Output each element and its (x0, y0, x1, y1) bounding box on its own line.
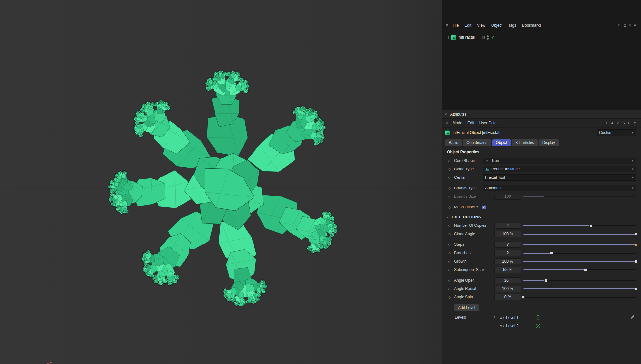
hamburger-menu-icon[interactable] (445, 120, 450, 126)
hierarchy-expand-icon[interactable] (445, 36, 449, 39)
object-manager-menubar: File Edit View Object Tags Bookmarks (442, 21, 641, 30)
slider-row-clone-angle: ◇ Clone Angle 100 % (442, 230, 641, 238)
keyframe-diamond-icon[interactable]: ◇ (448, 232, 452, 236)
levels-expand-arrow-icon[interactable]: › (494, 315, 495, 319)
filter-icon[interactable] (627, 23, 633, 28)
keyframe-diamond-icon[interactable]: ◇ (448, 159, 452, 163)
slider-handle[interactable] (635, 287, 637, 290)
level-item-1[interactable]: Level.1 ✓ (499, 313, 540, 322)
slider-handle[interactable] (544, 279, 547, 282)
chevron-down-icon: ▾ (631, 159, 635, 162)
tab-x-particles[interactable]: X-Particles (512, 139, 538, 146)
object-tree-row-mtfractal[interactable]: mtFractal ✓ (445, 34, 641, 41)
search-icon[interactable] (617, 23, 622, 28)
keyframe-diamond-icon[interactable]: ◇ (448, 251, 452, 255)
angle-radial-slider[interactable] (523, 288, 636, 289)
slider-handle[interactable] (589, 224, 592, 227)
search-icon[interactable] (609, 120, 615, 126)
tab-coordinates[interactable]: Coordinates (463, 139, 491, 146)
bounds-type-label: Bounds Type (454, 186, 483, 190)
menu-edit[interactable]: Edit (462, 22, 474, 29)
steps-input[interactable]: 7 (494, 242, 521, 248)
level-name[interactable]: Level.2 (506, 324, 534, 328)
keyframe-diamond-icon[interactable]: ◇ (448, 260, 452, 263)
clone-type-dropdown[interactable]: Render Instance ▾ (483, 166, 636, 172)
subsequent-scale-slider[interactable] (523, 269, 636, 270)
keyframe-diamond-icon[interactable]: ◇ (448, 295, 452, 299)
angle-spin-label: Angle Spin (454, 295, 494, 299)
slider-handle[interactable] (522, 296, 525, 299)
branches-input[interactable]: 2 (494, 250, 521, 256)
popout-icon[interactable] (633, 120, 638, 126)
panel-menu-icon[interactable] (633, 23, 638, 28)
angle-open-input[interactable]: 36 ° (494, 277, 521, 283)
back-arrow-icon[interactable] (598, 120, 603, 126)
angle-spin-slider[interactable] (523, 297, 636, 298)
growth-slider[interactable] (523, 261, 636, 262)
keyframe-diamond-icon[interactable]: ◇ (448, 168, 452, 171)
lock-icon[interactable] (621, 120, 626, 126)
menu-tags[interactable]: Tags (505, 22, 519, 29)
tab-object[interactable]: Object (492, 139, 511, 146)
home-icon[interactable] (622, 23, 627, 28)
hamburger-menu-icon[interactable] (445, 23, 450, 28)
viewport-3d[interactable] (0, 0, 442, 364)
menu-object[interactable]: Object (488, 22, 505, 29)
tab-display[interactable]: Display (539, 139, 559, 146)
visibility-dots[interactable] (487, 35, 489, 40)
subsequent-scale-input[interactable]: 55 % (494, 267, 521, 273)
branches-slider[interactable] (523, 253, 636, 254)
center-dropdown[interactable]: Fractal Tool ▾ (483, 174, 636, 181)
keyframe-diamond-icon[interactable]: ◇ (448, 268, 452, 272)
section-object-properties: Object Properties (442, 148, 641, 157)
mesh-offset-y-checkbox[interactable]: ✓ (482, 205, 486, 209)
tab-basic[interactable]: Basic (445, 139, 462, 146)
keyframe-diamond-icon[interactable]: ◇ (448, 243, 452, 246)
menu-bookmarks[interactable]: Bookmarks (519, 22, 544, 29)
menu-mode[interactable]: Mode (450, 120, 464, 126)
menu-file[interactable]: File (450, 22, 462, 29)
menu-edit[interactable]: Edit (465, 120, 476, 126)
keyframe-diamond-icon[interactable]: ◇ (448, 206, 452, 209)
keyframe-diamond-icon[interactable]: ◇ (448, 279, 452, 282)
growth-input[interactable]: 100 % (494, 258, 521, 264)
level-item-2[interactable]: Level.2 ✓ (499, 322, 540, 330)
level-enabled-check-icon[interactable]: ✓ (536, 315, 540, 320)
keyframe-diamond-icon[interactable]: ◇ (448, 224, 452, 227)
level-name[interactable]: Level.1 (506, 315, 534, 320)
tree-options-header[interactable]: ▾ TREE OPTIONS (442, 213, 641, 221)
bounds-type-dropdown[interactable]: Automatic ▾ (483, 185, 636, 191)
add-level-button[interactable]: Add Level (454, 304, 479, 311)
object-name[interactable]: mtFractal (459, 35, 475, 40)
angle-radial-input[interactable]: 100 % (494, 286, 521, 292)
clone-angle-input[interactable]: 100 % (494, 231, 521, 237)
slider-handle[interactable] (635, 233, 637, 235)
parent-up-icon[interactable] (604, 120, 609, 126)
keyframe-diamond-icon[interactable]: ◇ (448, 176, 452, 179)
layer-color-swatch[interactable] (482, 36, 485, 39)
close-icon[interactable]: × (445, 112, 447, 117)
slider-handle[interactable] (635, 260, 637, 263)
slider-handle[interactable] (550, 252, 553, 254)
settings-icon[interactable] (627, 120, 632, 126)
slider-handle[interactable] (584, 268, 587, 271)
generator-enabled-check-icon[interactable]: ✓ (491, 35, 494, 40)
menu-user-data[interactable]: User Data (477, 120, 499, 126)
attributes-header: × Attributes (442, 110, 641, 119)
angle-spin-input[interactable]: 0 % (494, 294, 521, 300)
slider-handle[interactable] (635, 243, 637, 246)
angle-open-slider[interactable] (523, 280, 636, 281)
clone-angle-slider[interactable] (523, 234, 636, 235)
number-of-copies-input[interactable]: 4 (494, 223, 521, 229)
level-enabled-check-icon[interactable]: ✓ (536, 324, 540, 328)
number-of-copies-slider[interactable] (523, 225, 636, 226)
mtfractal-object-icon (451, 35, 456, 40)
steps-slider[interactable] (523, 244, 636, 245)
filter-icon[interactable] (615, 120, 620, 126)
preset-dropdown[interactable]: Custom ▾ (597, 129, 636, 136)
menu-view[interactable]: View (474, 22, 488, 29)
core-shape-dropdown[interactable]: Tree ▾ (483, 158, 636, 164)
edit-pencil-icon[interactable] (630, 314, 635, 319)
keyframe-diamond-icon[interactable]: ◇ (448, 287, 452, 291)
keyframe-diamond-icon[interactable]: ◇ (448, 187, 452, 190)
